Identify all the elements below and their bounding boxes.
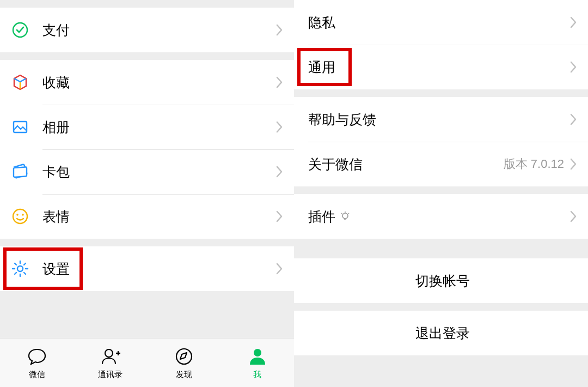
me-icon xyxy=(247,346,268,367)
svg-point-17 xyxy=(105,349,113,357)
chevron-right-icon xyxy=(275,262,283,276)
svg-rect-3 xyxy=(14,122,27,132)
row-label: 帮助与反馈 xyxy=(308,111,376,129)
svg-rect-4 xyxy=(14,167,27,177)
row-label: 支付 xyxy=(42,21,70,39)
row-pay[interactable]: 支付 xyxy=(0,8,294,52)
tab-label: 微信 xyxy=(29,370,45,380)
row-logout[interactable]: 退出登录 xyxy=(294,311,588,355)
group-logout: 退出登录 xyxy=(294,311,588,355)
svg-line-26 xyxy=(341,213,342,214)
album-icon xyxy=(11,118,29,136)
gap xyxy=(294,355,588,387)
row-favorites[interactable]: 收藏 xyxy=(0,60,294,105)
tab-discover[interactable]: 发现 xyxy=(147,338,220,387)
chevron-right-icon xyxy=(275,120,283,134)
row-label: 插件 xyxy=(308,208,335,226)
cards-icon xyxy=(11,162,29,181)
about-version: 版本 7.0.12 xyxy=(504,156,564,172)
svg-line-13 xyxy=(15,263,16,265)
svg-point-7 xyxy=(22,214,24,216)
favorites-icon xyxy=(11,73,29,92)
row-help[interactable]: 帮助与反馈 xyxy=(294,97,588,142)
group-switch: 切换帐号 xyxy=(294,258,588,303)
row-label: 表情 xyxy=(42,208,70,226)
chevron-right-icon xyxy=(569,209,577,223)
group-fav: 收藏 相册 xyxy=(0,60,294,239)
tab-chats[interactable]: 微信 xyxy=(0,338,74,387)
svg-marker-21 xyxy=(180,353,187,359)
sticker-icon xyxy=(11,207,29,226)
row-stickers[interactable]: 表情 xyxy=(0,194,294,239)
svg-point-8 xyxy=(17,266,23,271)
tab-contacts[interactable]: 通讯录 xyxy=(74,338,147,387)
chevron-right-icon xyxy=(569,112,577,126)
row-about[interactable]: 关于微信 版本 7.0.12 xyxy=(294,142,588,186)
chevron-right-icon xyxy=(275,165,283,179)
gap xyxy=(294,303,588,311)
tab-me[interactable]: 我 xyxy=(220,338,294,387)
group-pay: 支付 xyxy=(0,8,294,52)
chevron-right-icon xyxy=(275,75,283,89)
row-label: 卡包 xyxy=(42,163,70,181)
group-plugins: 插件 xyxy=(294,194,588,239)
row-label: 相册 xyxy=(42,118,70,136)
me-screen: 支付 收藏 xyxy=(0,0,294,387)
svg-line-15 xyxy=(24,263,26,265)
gap xyxy=(0,239,294,246)
group-top: 隐私 通用 xyxy=(294,0,588,89)
row-cards[interactable]: 卡包 xyxy=(0,149,294,194)
tab-bar: 微信 通讯录 发现 xyxy=(0,338,294,387)
gap xyxy=(0,52,294,60)
row-switch-account[interactable]: 切换帐号 xyxy=(294,258,588,303)
gap xyxy=(294,239,588,258)
svg-point-6 xyxy=(16,214,19,216)
tab-label: 发现 xyxy=(176,370,192,380)
chevron-right-icon xyxy=(275,209,283,223)
chevron-right-icon xyxy=(569,60,577,74)
row-album[interactable]: 相册 xyxy=(0,105,294,149)
svg-line-16 xyxy=(15,273,16,274)
gap xyxy=(294,89,588,97)
gap xyxy=(294,186,588,194)
row-privacy[interactable]: 隐私 xyxy=(294,0,588,45)
pay-icon xyxy=(11,21,29,39)
chevron-right-icon xyxy=(569,15,577,29)
row-label: 设置 xyxy=(42,260,70,278)
gap xyxy=(0,0,294,8)
settings-screen: 隐私 通用 帮助与反馈 关于微信 版本 7.0.12 xyxy=(294,0,588,387)
row-label: 收藏 xyxy=(42,74,70,92)
svg-line-14 xyxy=(24,273,26,274)
group-help: 帮助与反馈 关于微信 版本 7.0.12 xyxy=(294,97,588,186)
svg-point-20 xyxy=(176,349,192,364)
svg-point-5 xyxy=(13,209,27,223)
row-plugins[interactable]: 插件 xyxy=(294,194,588,239)
row-label: 关于微信 xyxy=(308,155,363,173)
row-label: 切换帐号 xyxy=(415,272,470,290)
row-label: 通用 xyxy=(308,58,335,76)
svg-point-22 xyxy=(254,349,261,356)
contacts-icon xyxy=(100,346,121,367)
group-settings: 设置 xyxy=(0,246,294,291)
tab-label: 通讯录 xyxy=(98,370,122,380)
row-general[interactable]: 通用 xyxy=(294,45,588,89)
svg-point-23 xyxy=(342,213,348,219)
bulb-icon xyxy=(340,211,351,222)
discover-icon xyxy=(173,346,195,367)
row-settings[interactable]: 设置 xyxy=(0,246,294,291)
chat-icon xyxy=(26,346,48,367)
tab-label: 我 xyxy=(253,370,261,380)
row-label: 退出登录 xyxy=(415,324,470,342)
row-label: 隐私 xyxy=(308,14,335,32)
svg-line-27 xyxy=(348,213,350,214)
gear-icon xyxy=(11,259,29,278)
chevron-right-icon xyxy=(569,157,577,171)
chevron-right-icon xyxy=(275,23,283,37)
